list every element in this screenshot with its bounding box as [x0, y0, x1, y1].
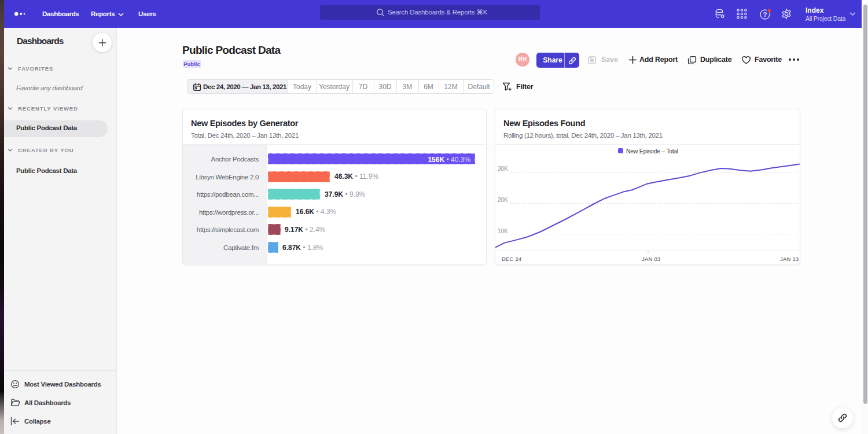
svg-text:?: ? — [763, 11, 767, 18]
